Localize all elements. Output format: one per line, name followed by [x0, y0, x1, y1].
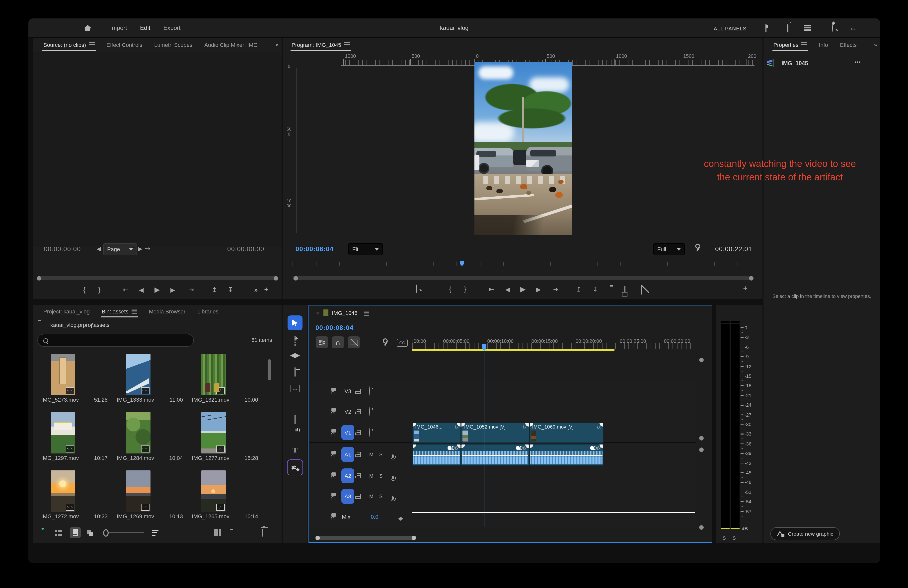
track-target-badge[interactable]: V1	[341, 425, 354, 440]
solo-button[interactable]: S	[379, 493, 383, 499]
mark-out-icon[interactable]: }	[464, 285, 466, 293]
ai-search-icon[interactable]	[832, 24, 833, 31]
sort-icon[interactable]	[152, 530, 158, 536]
bin-item-name[interactable]: IMG_1272.mov	[41, 513, 79, 519]
audio-volume-line[interactable]	[413, 455, 460, 456]
playhead-line[interactable]	[484, 351, 485, 527]
video-clip[interactable]: IMG_1052.mov [V]fx	[461, 422, 529, 443]
more-tabs-icon[interactable]: »	[275, 42, 279, 48]
fx-badge[interactable]: fx	[523, 424, 527, 430]
tab-source-no-clips-[interactable]: Source: (no clips)	[37, 39, 100, 52]
toggle-track-output-eye-icon[interactable]	[369, 387, 370, 395]
tab-effect-controls[interactable]: Effect Controls	[100, 39, 148, 52]
bin-item-name[interactable]: IMG_1277.mov	[192, 455, 229, 461]
bin-item[interactable]: IMG_1284.mov10:04	[117, 412, 183, 467]
bin-scrollbar[interactable]	[267, 359, 271, 380]
bin-item-name[interactable]: IMG_1333.mov	[117, 397, 154, 403]
tab-effects[interactable]: Effects	[834, 39, 863, 52]
mute-button[interactable]: M	[369, 473, 374, 478]
column-view-icon[interactable]	[214, 529, 221, 536]
bin-item[interactable]: IMG_1265.mov10:14	[192, 470, 258, 525]
compare-zoom-icon[interactable]	[416, 285, 417, 292]
tab-audio-clip-mixer-img[interactable]: Audio Clip Mixer: IMG	[198, 39, 264, 52]
bin-item[interactable]: IMG_5273.mov51:28	[41, 354, 108, 409]
timeline-tab[interactable]: IMG_1045	[332, 310, 357, 316]
timeline-vscroll-knob[interactable]	[699, 436, 704, 440]
captions-icon[interactable]: CC	[397, 339, 408, 347]
play-icon[interactable]: ▶	[155, 286, 160, 293]
track-target-badge[interactable]: A2	[341, 468, 354, 483]
goto-in-icon[interactable]: ⇤	[489, 286, 494, 293]
video-clip[interactable]: IMG_1046...fx	[412, 422, 461, 443]
bin-thumbnail[interactable]	[126, 412, 150, 453]
bin-item[interactable]: IMG_1277.mov15:28	[192, 412, 258, 467]
scrollbar-knob[interactable]	[316, 535, 320, 540]
fx-badge[interactable]: fx	[523, 446, 527, 451]
rectangle-tool[interactable]	[295, 415, 296, 424]
audio-volume-line[interactable]	[462, 455, 528, 456]
solo-button[interactable]: S	[379, 451, 383, 457]
generative-extend-tool[interactable]	[287, 459, 303, 475]
scrollbar-knob[interactable]	[412, 535, 416, 540]
more-transport-icon[interactable]: »	[254, 287, 258, 293]
quick-export-icon[interactable]	[787, 25, 788, 31]
track-target-badge[interactable]: V3	[341, 383, 354, 398]
search-input[interactable]	[37, 334, 194, 347]
goto-in-icon[interactable]: ⇤	[122, 287, 128, 293]
more-tabs-icon[interactable]: »	[874, 42, 877, 48]
timeline-hscroll[interactable]	[317, 536, 414, 540]
play-icon[interactable]: ▶	[520, 285, 526, 293]
mark-out-icon[interactable]: }	[98, 286, 100, 293]
panel-menu-icon[interactable]	[801, 42, 807, 47]
bin-thumbnail[interactable]	[51, 412, 75, 453]
program-timecode[interactable]: 00:00:08:04	[296, 245, 334, 253]
fx-badge[interactable]: fx	[597, 446, 601, 451]
fx-badge[interactable]: fx	[455, 446, 459, 451]
fx-badge[interactable]: fx	[597, 424, 601, 430]
scrollbar-knob[interactable]	[274, 276, 278, 280]
slider-knob[interactable]	[103, 529, 109, 536]
icon-view-button[interactable]	[70, 527, 81, 538]
tab-project-kauai-vlog[interactable]: Project: kauai_vlog	[37, 305, 96, 318]
audio-volume-line[interactable]	[530, 455, 602, 456]
all-panels-button[interactable]: ALL PANELS	[714, 26, 747, 31]
panel-layout-icon[interactable]	[765, 25, 766, 31]
tab-properties[interactable]: Properties	[768, 39, 813, 52]
lift-icon[interactable]: ↥	[576, 286, 581, 293]
overwrite-icon[interactable]: ↧	[228, 287, 233, 293]
bin-thumbnail[interactable]	[201, 470, 226, 512]
audio-clip[interactable]: fx	[412, 444, 461, 466]
create-new-graphic-button[interactable]: Create new graphic	[770, 527, 840, 540]
fx-badge[interactable]: fx	[455, 424, 459, 430]
snap-toggle-button[interactable]: ∩	[332, 337, 344, 348]
tab-bin-assets[interactable]: Bin: assets	[96, 305, 143, 318]
bin-item[interactable]: IMG_1297.mov10:17	[41, 412, 108, 467]
comparison-view-icon[interactable]	[625, 287, 625, 293]
breadcrumb[interactable]: kauai_vlog.prproj\assets	[50, 322, 109, 328]
nest-sequence-button[interactable]	[316, 337, 328, 348]
tab-libraries[interactable]: Libraries	[192, 305, 224, 318]
source-zoom-scrollbar[interactable]	[37, 276, 278, 280]
mark-in-icon[interactable]: {	[449, 285, 451, 293]
solo-button[interactable]: S	[379, 473, 383, 478]
step-forward-icon[interactable]: ▶	[171, 287, 175, 293]
next-page-icon[interactable]: ▶	[138, 246, 142, 251]
thumbnail-zoom-slider[interactable]	[104, 532, 144, 533]
trash-icon[interactable]	[262, 529, 262, 536]
mute-button[interactable]: M	[369, 493, 374, 499]
mix-volume-line[interactable]	[412, 512, 695, 513]
add-button-icon[interactable]: +	[264, 285, 269, 293]
goto-out-icon[interactable]: ⇥	[188, 287, 194, 293]
track-target-badge[interactable]: A1	[341, 447, 354, 462]
bin-item[interactable]: IMG_1333.mov11:00	[117, 354, 183, 409]
page-select[interactable]: Page 1	[103, 243, 137, 255]
timeline-vscroll-knob[interactable]	[699, 525, 704, 530]
list-view-icon[interactable]	[55, 530, 62, 536]
solo-left-button[interactable]: S	[723, 535, 726, 541]
playback-quality-select[interactable]: Full	[654, 243, 685, 255]
add-button-icon[interactable]: +	[743, 285, 748, 293]
step-back-icon[interactable]: ◀	[139, 287, 143, 293]
program-zoom-scrollbar[interactable]	[293, 276, 753, 280]
bin-item[interactable]: IMG_1269.mov10:13	[117, 470, 183, 525]
extract-icon[interactable]: ↧	[592, 286, 598, 293]
